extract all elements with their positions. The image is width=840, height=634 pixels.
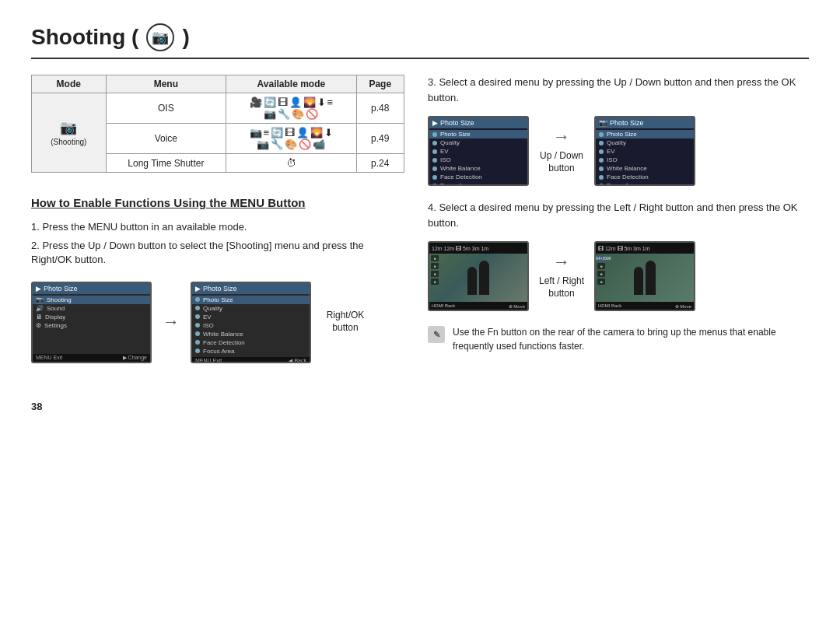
menu-white-balance: White Balance bbox=[192, 330, 310, 338]
note-icon: ✎ bbox=[428, 326, 445, 343]
main-menu-screen: ▶Photo Size 📷Shooting 🔊Sound 🖥Display bbox=[31, 282, 152, 363]
left-right-demo: 12m 12m 🎞 5m 3m 1m ■ ■ ■ ■ HDMI Bac bbox=[428, 241, 809, 311]
right-column: 3. Select a desired menu by pressing the… bbox=[428, 75, 809, 377]
col-available-mode: Available mode bbox=[226, 75, 356, 93]
up-down-before-screen: ▶Photo Size Photo Size Quality EV ISO Wh… bbox=[428, 116, 529, 186]
menu-long-time-shutter: Long Time Shutter bbox=[106, 154, 226, 173]
steps-list: 1. Press the MENU button in an available… bbox=[31, 220, 404, 268]
side-icons-1: ■ ■ ■ ■ bbox=[431, 255, 439, 285]
photo-top-strip-1: 12m 12m 🎞 5m 3m 1m bbox=[429, 243, 527, 254]
silhouette-1 bbox=[467, 261, 489, 295]
screen-bottom-bar-2: MENU Exit◀ Back bbox=[192, 357, 310, 363]
col-page: Page bbox=[356, 75, 404, 93]
photo-menu-ud2: Photo Size Quality EV ISO White Balance … bbox=[596, 128, 694, 186]
menu-focus-area: Focus Area bbox=[192, 347, 310, 356]
left-right-label: Left / Rightbutton bbox=[538, 275, 585, 299]
menu-item-settings: ⚙Settings bbox=[33, 321, 150, 330]
left-column: Mode Menu Available mode Page 📷 (Shootin… bbox=[31, 75, 404, 377]
ois-page: p.48 bbox=[356, 93, 404, 124]
up-down-demo: ▶Photo Size Photo Size Quality EV ISO Wh… bbox=[428, 116, 809, 186]
mode-table: Mode Menu Available mode Page 📷 (Shootin… bbox=[31, 75, 404, 173]
voice-page: p.49 bbox=[356, 124, 404, 154]
up-down-label: Up / Downbutton bbox=[538, 150, 585, 174]
shooting-label: (Shooting) bbox=[51, 138, 86, 146]
shutter-icons: ⏱ bbox=[226, 154, 356, 173]
col-mode: Mode bbox=[32, 75, 107, 93]
how-to-title: How to Enable Functions Using the MENU B… bbox=[31, 196, 404, 209]
screen-top-bar-ud1: ▶Photo Size bbox=[429, 117, 527, 128]
note-text: Use the Fn button on the rear of the cam… bbox=[453, 325, 809, 353]
lr-before-screen: 12m 12m 🎞 5m 3m 1m ■ ■ ■ ■ HDMI Bac bbox=[428, 241, 529, 311]
menu-item-shooting: 📷Shooting bbox=[33, 296, 150, 304]
side-icons-2: 3964×2696 ■ ■ ■ bbox=[597, 255, 605, 285]
up-down-after-screen: 📷Photo Size Photo Size Quality EV ISO Wh… bbox=[594, 116, 695, 186]
arrow-icon: → bbox=[163, 312, 180, 332]
photo-menu-ud1: Photo Size Quality EV ISO White Balance … bbox=[429, 128, 527, 186]
photo-menu-list: Photo Size Quality EV ISO White Balance bbox=[192, 294, 310, 357]
ois-icons: 🎥🔄🎞👤🌄⬇≡ 📷🔧🎨🚫 bbox=[226, 93, 356, 124]
lr-after-screen: 🎞 12m 🎞 5m 3m 1m 3964×2696 ■ ■ ■ H bbox=[594, 241, 695, 311]
arrow-right-lr: → bbox=[553, 252, 570, 272]
col-menu: Menu bbox=[106, 75, 226, 93]
silhouette-2 bbox=[634, 261, 656, 295]
photo-area-2: 3964×2696 ■ ■ ■ bbox=[596, 254, 694, 302]
screen-top-bar-ud2: 📷Photo Size bbox=[596, 117, 694, 128]
photo-menu-screen: ▶Photo Size Photo Size Quality EV bbox=[191, 282, 311, 363]
menu-item-sound: 🔊Sound bbox=[33, 304, 150, 313]
mode-cell: 📷 (Shooting) bbox=[32, 93, 107, 173]
step-2: 2. Press the Up / Down button to select … bbox=[31, 239, 404, 267]
right-ok-demo: ▶Photo Size 📷Shooting 🔊Sound 🖥Display bbox=[31, 282, 404, 363]
menu-photo-size: Photo Size bbox=[192, 296, 310, 304]
photo-top-strip-2: 🎞 12m 🎞 5m 3m 1m bbox=[596, 243, 694, 254]
note-box: ✎ Use the Fn button on the rear of the c… bbox=[428, 325, 809, 353]
screen-bottom-bar: MENU Exit▶ Change bbox=[33, 354, 150, 362]
camera-icon: 📷 bbox=[146, 23, 174, 51]
menu-ev: EV bbox=[192, 313, 310, 321]
step3-text: 3. Select a desired menu by pressing the… bbox=[428, 75, 809, 105]
title-close-paren: ) bbox=[182, 25, 189, 50]
step4-text: 4. Select a desired menu by pressing the… bbox=[428, 200, 809, 230]
photo-area-1: ■ ■ ■ ■ bbox=[429, 254, 527, 302]
menu-voice: Voice bbox=[106, 124, 226, 154]
screen-top-bar-2: ▶Photo Size bbox=[192, 283, 310, 294]
screen-top-bar: ▶Photo Size bbox=[33, 283, 150, 294]
shooting-camera-icon: 📷 bbox=[60, 119, 77, 136]
page-number: 38 bbox=[31, 401, 809, 412]
menu-iso: ISO bbox=[192, 321, 310, 330]
right-ok-button-label: Right/OKbutton bbox=[322, 310, 369, 334]
title-text: Shooting ( bbox=[31, 25, 138, 50]
table-row: 📷 (Shooting) OIS 🎥🔄🎞👤🌄⬇≡ 📷🔧🎨🚫 bbox=[32, 93, 404, 124]
how-to-section: How to Enable Functions Using the MENU B… bbox=[31, 196, 404, 363]
menu-quality: Quality bbox=[192, 304, 310, 313]
shutter-page: p.24 bbox=[356, 154, 404, 173]
page-title: Shooting ( 📷 ) bbox=[31, 23, 809, 59]
photo-bottom-1: HDMI Back⊕ Move bbox=[429, 302, 527, 310]
menu-item-display: 🖥Display bbox=[33, 313, 150, 321]
voice-icons: 📷≡🔄🎞👤🌄⬇ 📷🔧🎨🚫📹 bbox=[226, 124, 356, 154]
menu-ois: OIS bbox=[106, 93, 226, 124]
photo-bottom-2: HDMI Back⊕ Move bbox=[596, 302, 694, 310]
main-menu-list: 📷Shooting 🔊Sound 🖥Display ⚙Settings bbox=[33, 294, 150, 354]
menu-face-detection: Face Detection bbox=[192, 338, 310, 347]
arrow-right-ud: → bbox=[553, 127, 570, 147]
step-1: 1. Press the MENU button in an available… bbox=[31, 220, 404, 234]
